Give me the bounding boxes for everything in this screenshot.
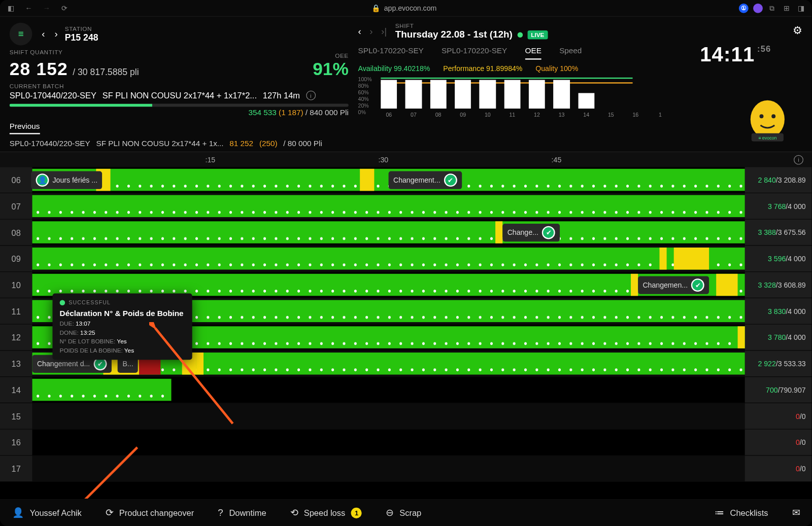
- annotation-arrow-1: [149, 322, 245, 430]
- app-logo[interactable]: ≡: [10, 23, 32, 46]
- timeline-body: SUCCESSFUL Déclaration N° & Poids de Bob…: [0, 167, 811, 499]
- hour-row-09[interactable]: 093 596/4 000: [0, 246, 811, 272]
- hour-row-14[interactable]: 14700/790.907: [0, 377, 811, 403]
- sidebar-toggle-icon[interactable]: ◧: [6, 3, 16, 13]
- hour-track[interactable]: 👤Jours fériés ...Changement...✔: [32, 169, 745, 191]
- panel-icon[interactable]: ◨: [796, 3, 806, 13]
- hour-row-07[interactable]: 073 768/4 000: [0, 193, 811, 220]
- event-tag[interactable]: Changemen...✔: [638, 276, 709, 294]
- tab-batch2[interactable]: SPL0-170220-SEY: [442, 46, 507, 60]
- batch-code: SPL0-170440/220-SEY: [10, 91, 96, 100]
- speedloss-button[interactable]: ⟲ Speed loss 1: [290, 507, 362, 518]
- svg-point-2: [771, 114, 775, 118]
- prev-desc: SF PLI NON COUSU 2x17*44 + 1x...: [96, 139, 224, 148]
- shift-prev-icon[interactable]: ‹: [358, 26, 361, 37]
- speed-icon: ⟲: [290, 507, 298, 518]
- hour-total: 3 388/3 675.56: [745, 220, 812, 246]
- url-text: app.evocon.com: [384, 4, 437, 12]
- kpi-performance: 91.89984%: [486, 64, 522, 73]
- hour-row-06[interactable]: 06👤Jours fériés ...Changement...✔2 840/3…: [0, 167, 811, 193]
- hour-label: 10: [0, 272, 32, 298]
- hour-label: 14: [0, 377, 32, 403]
- hour-total: 700/790.907: [745, 377, 812, 403]
- user-icon: 👤: [12, 507, 24, 518]
- hour-row-15[interactable]: 150/0: [0, 403, 811, 430]
- check-icon: ✔: [542, 226, 555, 239]
- hour-label: 12: [0, 325, 32, 350]
- scrap-button[interactable]: ⊖ Scrap: [386, 507, 421, 518]
- shift-qty-value: 28 152: [10, 59, 68, 79]
- settings-gear-icon[interactable]: ⚙: [793, 24, 802, 37]
- check-icon: ✔: [691, 278, 704, 292]
- event-tag[interactable]: Changement...✔: [389, 171, 462, 189]
- live-dot-icon: [517, 32, 523, 38]
- clock: 14:11 :56: [700, 43, 771, 66]
- svg-line-6: [84, 447, 138, 499]
- hour-total: 2 922/3 533.33: [745, 350, 812, 376]
- prev-target: / 80 000 Pli: [283, 139, 322, 148]
- mail-icon: ✉: [792, 507, 800, 518]
- bottom-toolbar: 👤 Youssef Achik ⟳ Product changeover ? D…: [0, 499, 811, 526]
- extension-1-icon[interactable]: ①: [739, 3, 749, 13]
- hour-row-08[interactable]: 08Change...✔3 388/3 675.56: [0, 220, 811, 246]
- copy-icon[interactable]: ⧉: [767, 3, 777, 13]
- oee-label: OEE: [313, 52, 349, 59]
- lock-icon: 🔒: [371, 4, 381, 12]
- hour-total: 0/0: [745, 403, 812, 429]
- station-label: STATION: [65, 26, 98, 32]
- hour-track[interactable]: Change...✔: [32, 221, 745, 243]
- station-prev-icon[interactable]: ‹: [42, 28, 45, 39]
- header-panel: ≡ ‹ › STATION P15 248 SHIFT QUANTITY 28 …: [0, 17, 811, 152]
- forward-icon: →: [42, 3, 51, 13]
- batch-time: 127h 14m: [263, 91, 300, 100]
- hour-track[interactable]: [32, 195, 745, 218]
- hour-track[interactable]: Changemen...✔: [32, 274, 745, 296]
- tab-batch1[interactable]: SPL0-170220-SEY: [358, 46, 424, 60]
- svg-point-0: [751, 100, 785, 138]
- batch-changed: (1 187): [279, 108, 303, 117]
- clock-time: 14:11: [700, 43, 755, 66]
- annotation-arrow-2: [78, 441, 149, 499]
- hour-total: 3 830/4 000: [745, 298, 812, 324]
- reload-icon[interactable]: ⟳: [60, 3, 70, 13]
- extension-2-icon[interactable]: [753, 3, 763, 13]
- tab-oee[interactable]: OEE: [525, 46, 542, 60]
- downtime-button[interactable]: ? Downtime: [218, 507, 266, 518]
- tab-speed[interactable]: Speed: [559, 46, 582, 60]
- svg-text:≡ evocon: ≡ evocon: [758, 135, 776, 141]
- previous-tab[interactable]: Previous: [10, 122, 40, 134]
- batch-label: CURRENT BATCH: [10, 83, 349, 89]
- url-bar[interactable]: 🔒 app.evocon.com: [371, 4, 436, 12]
- batch-progress: [10, 104, 349, 107]
- user-button[interactable]: 👤 Youssef Achik: [12, 507, 82, 518]
- station-next-icon[interactable]: ›: [54, 28, 57, 39]
- live-badge: LIVE: [527, 30, 548, 39]
- mail-button[interactable]: ✉: [792, 507, 800, 518]
- checklists-button[interactable]: ≔ Checklists: [715, 507, 768, 518]
- prev-done: 81 252: [229, 139, 253, 148]
- changeover-button[interactable]: ⟳ Product changeover: [106, 507, 194, 518]
- hour-label: 06: [0, 167, 32, 193]
- batch-desc: SF PLI NON COUSU 2x17*44 + 1x17*2...: [103, 91, 257, 100]
- timeline-info-icon[interactable]: i: [794, 155, 803, 164]
- shift-title[interactable]: Thursday 22.08 - 1st (12h) LIVE: [395, 29, 548, 40]
- event-tag[interactable]: 👤Jours fériés ...: [31, 171, 102, 189]
- hour-track[interactable]: [32, 405, 745, 428]
- oee-mini-chart: 100%80%60%40%20%0% 060708091011121314151…: [358, 77, 669, 118]
- station-name: P15 248: [65, 32, 98, 43]
- hour-track[interactable]: [32, 379, 745, 401]
- back-icon[interactable]: ←: [24, 3, 33, 13]
- hour-total: 0/0: [745, 430, 812, 455]
- event-tag[interactable]: Change...✔: [502, 224, 560, 241]
- hour-total: 3 596/4 000: [745, 246, 812, 272]
- scrap-icon: ⊖: [386, 507, 393, 518]
- hour-label: 13: [0, 350, 32, 376]
- shift-next-icon: ›: [369, 26, 373, 37]
- hour-label: 11: [0, 298, 32, 324]
- refresh-icon: ⟳: [106, 507, 113, 518]
- shift-last-icon: ›|: [381, 26, 387, 37]
- new-tab-icon[interactable]: ⊞: [782, 3, 792, 13]
- info-icon[interactable]: i: [306, 91, 316, 100]
- hour-track[interactable]: [32, 248, 745, 270]
- hour-label: 09: [0, 246, 32, 272]
